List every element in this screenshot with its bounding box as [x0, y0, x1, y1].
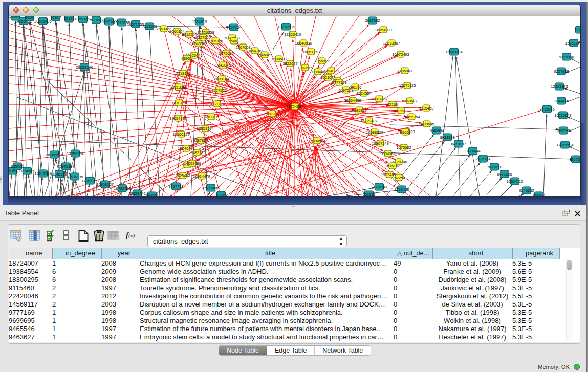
svg-text:15716485: 15716485 — [202, 186, 219, 190]
svg-text:8990448: 8990448 — [310, 70, 325, 74]
svg-text:11156829: 11156829 — [19, 169, 35, 173]
svg-text:5675685: 5675685 — [219, 51, 233, 56]
svg-text:116753: 116753 — [570, 157, 580, 162]
svg-text:10973493: 10973493 — [392, 52, 409, 57]
svg-text:948222: 948222 — [190, 150, 203, 155]
svg-text:6794028: 6794028 — [323, 69, 338, 73]
svg-text:7857224: 7857224 — [226, 25, 241, 30]
svg-text:1610755: 1610755 — [171, 101, 186, 105]
svg-text:13325419: 13325419 — [284, 32, 301, 37]
svg-text:12942757: 12942757 — [34, 171, 51, 176]
svg-text:17359934: 17359934 — [67, 151, 83, 156]
svg-text:12823446: 12823446 — [128, 191, 145, 196]
svg-text:11117: 11117 — [575, 28, 580, 32]
svg-text:10807487: 10807487 — [371, 97, 387, 101]
svg-text:1075692: 1075692 — [396, 145, 411, 150]
svg-text:19218596: 19218596 — [277, 25, 294, 29]
svg-text:1145193: 1145193 — [52, 172, 67, 177]
svg-text:9245652: 9245652 — [519, 188, 534, 193]
svg-text:16046798: 16046798 — [178, 146, 194, 151]
svg-text:9242848: 9242848 — [215, 63, 230, 68]
svg-text:7515526: 7515526 — [142, 24, 157, 29]
svg-text:6479197: 6479197 — [451, 142, 466, 146]
svg-text:17016504: 17016504 — [556, 143, 573, 147]
svg-text:1615152: 1615152 — [385, 164, 400, 168]
svg-text:9227343: 9227343 — [554, 69, 569, 74]
svg-text:12505135: 12505135 — [66, 174, 83, 179]
svg-text:1384919: 1384919 — [192, 19, 207, 24]
svg-text:19166827: 19166827 — [172, 132, 189, 137]
svg-text:12226058: 12226058 — [197, 30, 214, 35]
svg-text:546: 546 — [231, 39, 237, 43]
svg-text:9146821: 9146821 — [257, 53, 272, 57]
svg-text:2935114: 2935114 — [476, 157, 491, 161]
svg-text:2803144: 2803144 — [214, 77, 229, 81]
svg-text:9387834: 9387834 — [193, 138, 208, 143]
svg-text:953344: 953344 — [532, 193, 545, 196]
svg-text:18640910: 18640910 — [295, 41, 312, 46]
svg-text:14099489: 14099489 — [184, 161, 201, 166]
svg-text:8215955: 8215955 — [539, 107, 554, 112]
svg-text:9699695: 9699695 — [419, 122, 434, 126]
svg-text:10961758: 10961758 — [302, 50, 319, 54]
svg-text:16648784: 16648784 — [445, 50, 462, 54]
svg-text:1588520: 1588520 — [271, 57, 286, 61]
svg-text:12213967: 12213967 — [383, 41, 400, 46]
svg-text:2687682: 2687682 — [365, 18, 380, 23]
svg-text:877162: 877162 — [214, 193, 227, 196]
svg-text:18724007: 18724007 — [286, 104, 303, 109]
svg-text:9777169: 9777169 — [332, 80, 346, 85]
svg-text:12213369: 12213369 — [170, 85, 187, 90]
svg-text:9084067: 9084067 — [380, 151, 395, 156]
svg-text:9063: 9063 — [26, 16, 34, 20]
svg-text:98901: 98901 — [182, 56, 192, 61]
svg-text:8912954: 8912954 — [182, 32, 197, 37]
svg-text:20691406: 20691406 — [34, 19, 51, 24]
svg-text:16154808: 16154808 — [375, 28, 391, 32]
svg-text:3624554: 3624554 — [356, 91, 371, 96]
svg-text:9474444: 9474444 — [465, 149, 480, 154]
svg-text:9115460: 9115460 — [419, 106, 434, 111]
svg-text:835061: 835061 — [11, 164, 24, 169]
svg-text:15692951: 15692951 — [555, 128, 572, 133]
svg-text:7663822: 7663822 — [156, 27, 171, 31]
svg-text:9463627: 9463627 — [402, 99, 417, 103]
svg-text:7485063: 7485063 — [397, 69, 412, 73]
svg-text:14136141: 14136141 — [371, 185, 387, 189]
svg-text:746266: 746266 — [349, 85, 361, 90]
svg-text:10025433: 10025433 — [393, 108, 409, 113]
svg-text:9329966: 9329966 — [559, 55, 574, 59]
svg-text:8471626: 8471626 — [497, 172, 512, 177]
svg-text:10688609: 10688609 — [366, 130, 383, 135]
svg-text:62160: 62160 — [387, 102, 398, 107]
svg-text:12353594: 12353594 — [197, 126, 213, 131]
svg-text:16543382: 16543382 — [190, 41, 207, 46]
svg-text:10958107: 10958107 — [96, 182, 113, 187]
svg-text:19654933: 19654933 — [169, 116, 186, 121]
svg-text:1244415: 1244415 — [554, 99, 569, 103]
svg-text:16782759: 16782759 — [114, 186, 130, 191]
svg-text:2718176: 2718176 — [176, 71, 190, 76]
svg-text:19651: 19651 — [400, 130, 411, 135]
svg-text:10654112: 10654112 — [507, 179, 524, 184]
svg-text:12975115: 12975115 — [399, 83, 416, 88]
svg-text:417006: 417006 — [210, 102, 223, 106]
svg-text:18807249: 18807249 — [372, 141, 388, 146]
svg-text:7625402: 7625402 — [175, 173, 190, 178]
svg-text:1640954: 1640954 — [429, 128, 444, 133]
svg-text:8938928: 8938928 — [440, 135, 454, 140]
svg-text:10975867: 10975867 — [57, 164, 74, 169]
svg-text:28053346: 28053346 — [76, 65, 93, 70]
svg-text:15720407: 15720407 — [360, 119, 377, 123]
svg-text:26206536: 26206536 — [46, 152, 62, 157]
svg-text:23302033: 23302033 — [264, 112, 280, 116]
svg-text:10210643: 10210643 — [554, 113, 571, 118]
svg-text:8186328: 8186328 — [208, 39, 223, 43]
svg-text:252254: 252254 — [392, 176, 405, 180]
svg-text:9457791: 9457791 — [168, 184, 183, 189]
svg-text:20364436: 20364436 — [344, 98, 361, 103]
svg-text:12093873: 12093873 — [551, 84, 568, 89]
svg-text:76917: 76917 — [51, 16, 61, 20]
svg-text:3267130: 3267130 — [204, 115, 219, 119]
svg-text:1733426: 1733426 — [394, 187, 409, 192]
